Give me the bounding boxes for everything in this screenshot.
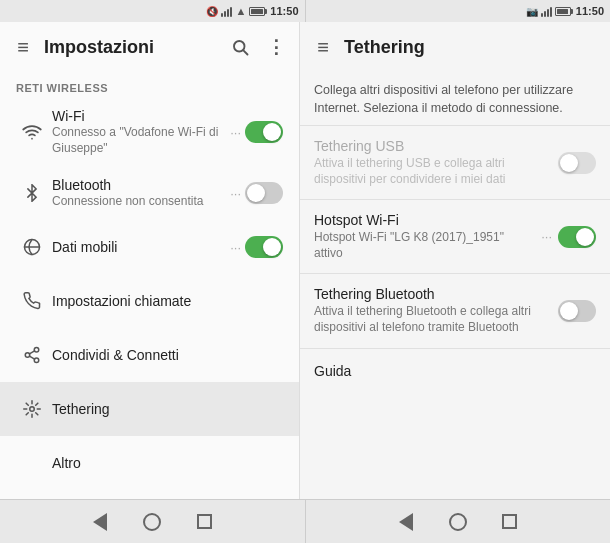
svg-line-8: [29, 356, 34, 359]
tethering-description: Collega altri dispositivi al telefono pe…: [300, 72, 610, 125]
left-header: ≡ Impostazioni ⋮: [0, 22, 299, 72]
dati-mobili-title: Dati mobili: [52, 239, 226, 255]
bluetooth-title: Bluetooth: [52, 177, 226, 193]
tethering-title: Tethering: [52, 401, 283, 417]
left-back-button[interactable]: [89, 511, 111, 533]
tethering-usb-item[interactable]: Tethering USB Attiva il tethering USB e …: [300, 126, 610, 199]
tethering-content: Tethering: [48, 401, 283, 417]
wifi-subtitle: Connesso a "Vodafone Wi-Fi di Giuseppe": [52, 125, 226, 156]
sidebar-item-tethering[interactable]: Tethering: [0, 382, 299, 436]
hotspot-content: Hotspot Wi-Fi Hotspot Wi-Fi "LG K8 (2017…: [314, 212, 535, 261]
wifi-more-icon: ···: [226, 125, 245, 140]
right-back-button[interactable]: [395, 511, 417, 533]
usb-content: Tethering USB Attiva il tethering USB e …: [314, 138, 558, 187]
nav-bars: [0, 499, 610, 543]
condividi-title: Condividi & Connetti: [52, 347, 283, 363]
dati-mobili-more-icon: ···: [226, 240, 245, 255]
search-button[interactable]: [229, 36, 251, 58]
guide-item[interactable]: Guida: [300, 349, 610, 393]
usb-subtitle: Attiva il tethering USB e collega altri …: [314, 156, 558, 187]
left-recents-button[interactable]: [193, 511, 215, 533]
main-area: ≡ Impostazioni ⋮ RETI WIRELESS: [0, 22, 610, 499]
svg-point-10: [30, 407, 35, 412]
signal-icon: [221, 5, 232, 17]
left-status-bar: 🔇 ▲ 11:50: [0, 0, 306, 22]
status-bars: 🔇 ▲ 11:50 📷 11:50: [0, 0, 610, 22]
sidebar-item-chiamate[interactable]: Impostazioni chiamate: [0, 274, 299, 328]
hotspot-toggle[interactable]: [558, 226, 596, 248]
guide-title: Guida: [314, 363, 351, 379]
altro-title: Altro: [52, 455, 283, 471]
chiamate-content: Impostazioni chiamate: [48, 293, 283, 309]
chiamate-title: Impostazioni chiamate: [52, 293, 283, 309]
svg-line-1: [243, 50, 247, 54]
tethering-bluetooth-item[interactable]: Tethering Bluetooth Attiva il tethering …: [300, 274, 610, 347]
sidebar-item-condividi[interactable]: Condividi & Connetti: [0, 328, 299, 382]
right-recents-button[interactable]: [499, 511, 521, 533]
tethering-icon: [16, 400, 48, 418]
hotspot-title: Hotspot Wi-Fi: [314, 212, 535, 228]
right-home-button[interactable]: [447, 511, 469, 533]
bt-tethering-toggle[interactable]: [558, 300, 596, 322]
right-panel: ≡ Tethering Collega altri dispositivi al…: [300, 22, 610, 499]
settings-title: Impostazioni: [44, 37, 219, 58]
right-battery-icon: [555, 7, 573, 16]
mute-icon: 🔇: [206, 6, 218, 17]
battery-icon: [249, 7, 267, 16]
bluetooth-toggle[interactable]: [245, 182, 283, 204]
bt-tethering-title: Tethering Bluetooth: [314, 286, 558, 302]
sidebar-item-dati-mobili[interactable]: Dati mobili ···: [0, 220, 299, 274]
left-panel: ≡ Impostazioni ⋮ RETI WIRELESS: [0, 22, 300, 499]
hotspot-subtitle: Hotspot Wi-Fi "LG K8 (2017)_1951" attivo: [314, 230, 535, 261]
wifi-content: Wi-Fi Connesso a "Vodafone Wi-Fi di Gius…: [48, 108, 226, 156]
usb-toggle[interactable]: [558, 152, 596, 174]
right-signal-icon: [541, 5, 552, 17]
sidebar-item-altro[interactable]: Altro: [0, 436, 299, 490]
wifi-icon: [16, 122, 48, 142]
header-icons: ⋮: [229, 36, 287, 58]
dati-mobili-toggle[interactable]: [245, 236, 283, 258]
wifi-icon: ▲: [235, 5, 246, 17]
data-icon: [16, 238, 48, 256]
right-hamburger-button[interactable]: ≡: [312, 36, 334, 58]
left-nav-bar: [0, 499, 306, 543]
hamburger-menu-button[interactable]: ≡: [12, 36, 34, 58]
wifi-title: Wi-Fi: [52, 108, 226, 124]
bluetooth-content: Bluetooth Connessione non consentita: [48, 177, 226, 210]
wireless-section-label: RETI WIRELESS: [0, 72, 299, 98]
right-extra-icon: 📷: [526, 6, 538, 17]
bt-tethering-content: Tethering Bluetooth Attiva il tethering …: [314, 286, 558, 335]
bluetooth-more-icon: ···: [226, 186, 245, 201]
sidebar-item-wifi[interactable]: Wi-Fi Connesso a "Vodafone Wi-Fi di Gius…: [0, 98, 299, 166]
bluetooth-icon: [16, 184, 48, 202]
altro-content: Altro: [48, 455, 283, 471]
right-nav-bar: [306, 499, 611, 543]
wifi-toggle[interactable]: [245, 121, 283, 143]
left-home-button[interactable]: [141, 511, 163, 533]
dati-mobili-content: Dati mobili: [48, 239, 226, 255]
tethering-page-title: Tethering: [344, 37, 598, 58]
condividi-content: Condividi & Connetti: [48, 347, 283, 363]
bt-tethering-subtitle: Attiva il tethering Bluetooth e collega …: [314, 304, 558, 335]
more-options-button[interactable]: ⋮: [265, 36, 287, 58]
hotspot-more-icon: ···: [535, 229, 558, 244]
svg-line-9: [29, 351, 34, 354]
bluetooth-subtitle: Connessione non consentita: [52, 194, 226, 210]
share-icon: [16, 346, 48, 364]
right-header: ≡ Tethering: [300, 22, 610, 72]
right-status-bar: 📷 11:50: [306, 0, 611, 22]
hotspot-wifi-item[interactable]: Hotspot Wi-Fi Hotspot Wi-Fi "LG K8 (2017…: [300, 200, 610, 273]
left-time: 11:50: [270, 5, 298, 17]
usb-title: Tethering USB: [314, 138, 558, 154]
right-time: 11:50: [576, 5, 604, 17]
sidebar-item-bluetooth[interactable]: Bluetooth Connessione non consentita ···: [0, 166, 299, 220]
phone-icon: [16, 292, 48, 310]
